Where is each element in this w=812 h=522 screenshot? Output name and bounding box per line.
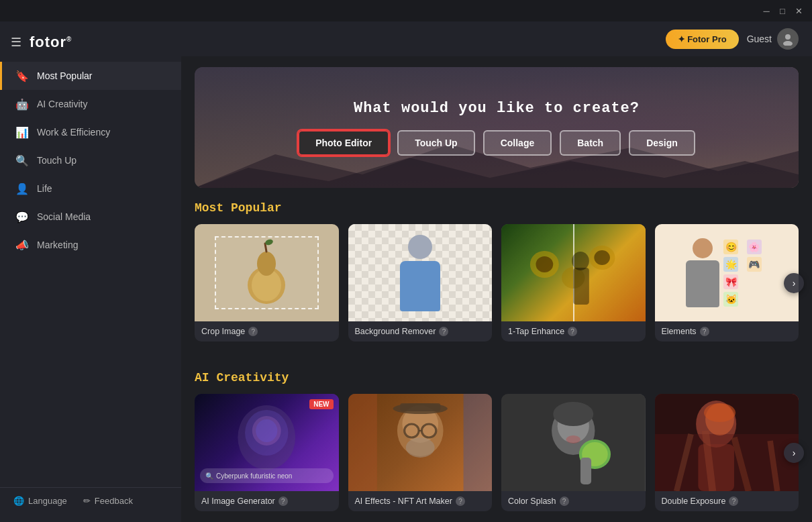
sticker-2: 🌟 — [723, 257, 738, 272]
bookmark-icon: 🔖 — [15, 69, 29, 83]
sidebar-nav: 🔖 Most Popular 🤖 AI Creativity 📊 Work & … — [0, 62, 181, 482]
sticker-6: 🎮 — [747, 257, 762, 272]
touchup-icon: 🔍 — [15, 154, 29, 167]
guest-label: Guest — [747, 34, 772, 44]
sidebar-item-life[interactable]: 👤 Life — [0, 174, 181, 203]
enhance-svg — [501, 224, 646, 321]
svg-rect-28 — [348, 394, 377, 491]
hero-btn-batch[interactable]: Batch — [560, 130, 621, 156]
sticker-3: 🎀 — [723, 274, 738, 289]
hamburger-menu[interactable]: ☰ — [11, 35, 21, 50]
card-1tap-enhance[interactable]: 1-Tap Enhance ? — [501, 224, 646, 342]
sidebar-item-most-popular[interactable]: 🔖 Most Popular — [0, 62, 181, 90]
nav-label-work-efficiency: Work & Efficiency — [37, 127, 110, 138]
feedback-icon: ✏ — [83, 496, 91, 506]
language-button[interactable]: 🌐 Language — [13, 496, 67, 506]
hero-btn-photo-editor[interactable]: Photo Editor — [298, 130, 389, 156]
ai-creativity-scroll-right[interactable]: › — [784, 443, 804, 463]
svg-line-7 — [265, 244, 266, 252]
content-area: What would you like to create? Photo Edi… — [181, 56, 812, 522]
ai-effects-label: AI Effects - NFT Art Maker ? — [348, 491, 493, 511]
svg-point-25 — [405, 437, 434, 458]
1tap-enhance-label: 1-Tap Enhance ? — [501, 321, 646, 342]
sticker-4: 🐱 — [723, 292, 738, 307]
svg-point-34 — [566, 435, 580, 443]
ai-creativity-section: AI Creativity — [181, 358, 812, 511]
most-popular-grid: Crop Image ? — [195, 224, 799, 342]
sidebar-item-marketing[interactable]: 📣 Marketing — [0, 231, 181, 259]
minimize-button[interactable]: ─ — [761, 5, 772, 16]
enhance-help-icon[interactable]: ? — [568, 327, 577, 336]
crop-image-help-icon[interactable]: ? — [248, 327, 258, 336]
elements-content: 😊 🌟 🎀 🐱 🌸 🎮 — [655, 233, 799, 313]
feedback-button[interactable]: ✏ Feedback — [83, 496, 133, 506]
svg-point-6 — [257, 252, 276, 276]
avatar[interactable] — [777, 28, 799, 50]
hero-banner: What would you like to create? Photo Edi… — [195, 67, 799, 188]
svg-rect-37 — [580, 458, 591, 484]
logo-text: fotor — [30, 34, 66, 50]
logo: fotor® — [30, 34, 72, 51]
bg-remover-help-icon[interactable]: ? — [439, 327, 448, 336]
most-popular-scroll-right[interactable]: › — [784, 273, 804, 293]
app-header: ✦ Fotor Pro Guest — [181, 21, 812, 56]
svg-point-12 — [594, 250, 610, 265]
svg-point-19 — [256, 419, 277, 442]
color-splash-label: Color Splash ? — [501, 491, 646, 511]
life-icon: 👤 — [15, 182, 29, 195]
card-double-exposure[interactable]: Double Exposure ? — [655, 394, 799, 511]
card-crop-image[interactable]: Crop Image ? — [195, 224, 339, 342]
svg-point-33 — [553, 402, 593, 426]
pro-button[interactable]: ✦ Fotor Pro — [666, 30, 739, 49]
sidebar-top: ☰ fotor® — [0, 27, 181, 62]
double-exposure-help-icon[interactable]: ? — [729, 497, 738, 506]
header-right: ✦ Fotor Pro Guest — [666, 28, 799, 50]
elements-help-icon[interactable]: ? — [700, 327, 709, 336]
sidebar-item-ai-creativity[interactable]: 🤖 AI Creativity — [0, 90, 181, 118]
ai-effects-help-icon[interactable]: ? — [456, 497, 465, 506]
card-elements[interactable]: 😊 🌟 🎀 🐱 🌸 🎮 Elements — [655, 224, 799, 342]
content-wrapper: ✦ Fotor Pro Guest — [181, 21, 812, 522]
close-button[interactable]: ✕ — [793, 5, 804, 16]
hero-btn-design[interactable]: Design — [629, 130, 695, 156]
svg-point-47 — [703, 403, 735, 422]
maximize-button[interactable]: □ — [777, 5, 788, 16]
social-icon: 💬 — [15, 210, 29, 223]
double-exposure-text: Double Exposure — [662, 497, 726, 506]
card-color-splash[interactable]: Color Splash ? — [501, 394, 646, 511]
stickers-container: 😊 🌟 🎀 🐱 🌸 🎮 — [723, 240, 767, 307]
main-layout: ☰ fotor® 🔖 Most Popular 🤖 AI Creativity … — [0, 21, 812, 522]
svg-rect-15 — [573, 268, 589, 305]
search-icon-small: 🔍 — [205, 472, 213, 480]
sticker-5: 🌸 — [747, 240, 762, 254]
color-splash-help-icon[interactable]: ? — [560, 497, 569, 506]
pear-container — [240, 238, 293, 308]
titlebar-controls: ─ □ ✕ — [761, 5, 804, 16]
hero-btn-touch-up[interactable]: Touch Up — [397, 130, 475, 156]
language-label: Language — [28, 496, 67, 506]
1tap-enhance-text: 1-Tap Enhance — [508, 327, 564, 336]
nav-label-social-media: Social Media — [37, 211, 91, 222]
sidebar-item-social-media[interactable]: 💬 Social Media — [0, 203, 181, 231]
color-splash-text: Color Splash — [508, 497, 556, 506]
card-ai-effects[interactable]: AI Effects - NFT Art Maker ? — [348, 394, 493, 511]
pear-svg — [240, 238, 293, 305]
nav-label-ai-creativity: AI Creativity — [37, 99, 87, 109]
new-badge: NEW — [309, 399, 333, 409]
svg-point-10 — [536, 256, 553, 272]
nav-label-life: Life — [37, 183, 52, 194]
sidebar-item-touch-up[interactable]: 🔍 Touch Up — [0, 146, 181, 174]
marketing-icon: 📣 — [15, 238, 29, 252]
ai1-search-text: Cyberpunk futuristic neon — [216, 472, 292, 480]
card-background-remover[interactable]: Background Remover ? — [348, 224, 493, 342]
feedback-label: Feedback — [95, 496, 133, 506]
double-exposure-label: Double Exposure ? — [655, 491, 799, 511]
language-icon: 🌐 — [13, 496, 24, 506]
sidebar-item-work-efficiency[interactable]: 📊 Work & Efficiency — [0, 118, 181, 146]
hero-btn-collage[interactable]: Collage — [483, 130, 552, 156]
hero-buttons: Photo Editor Touch Up Collage Batch Desi… — [298, 130, 695, 156]
ai-gen-help-icon[interactable]: ? — [278, 497, 288, 506]
nav-label-marketing: Marketing — [37, 240, 78, 250]
svg-rect-29 — [463, 394, 492, 491]
card-ai-image-generator[interactable]: NEW 🔍 Cyberpunk futuristic neon AI Image… — [195, 394, 339, 511]
